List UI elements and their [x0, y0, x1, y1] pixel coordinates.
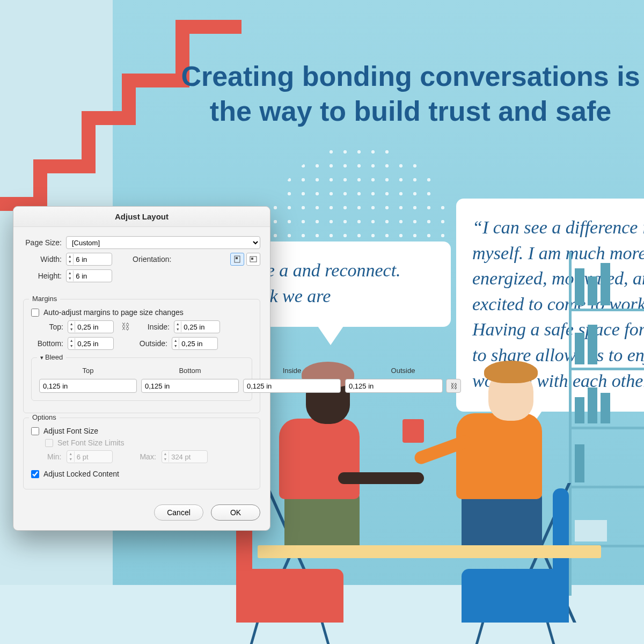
- link-bleed-icon[interactable]: ⛓: [446, 379, 461, 393]
- svg-rect-3: [251, 258, 253, 260]
- margin-top-stepper[interactable]: ▲▼: [68, 320, 114, 333]
- down-arrow-icon[interactable]: ▼: [67, 276, 73, 281]
- person-right: [435, 370, 564, 558]
- bleed-legend[interactable]: Bleed: [37, 353, 66, 361]
- height-label: Height:: [23, 272, 62, 280]
- set-font-limits-checkbox: [45, 439, 53, 447]
- options-fieldset: Options Adjust Font Size Set Font Size L…: [23, 418, 260, 489]
- orientation-label: Orientation:: [133, 255, 171, 264]
- portrait-icon: [234, 255, 240, 263]
- down-arrow-icon[interactable]: ▼: [67, 259, 73, 265]
- margin-inside-stepper[interactable]: ▲▼: [174, 320, 220, 333]
- up-arrow-icon[interactable]: ▲: [67, 254, 73, 259]
- max-font-stepper: ▲▼: [162, 450, 208, 463]
- orientation-portrait-button[interactable]: [230, 253, 244, 266]
- margin-outside-label: Outside:: [135, 339, 167, 348]
- landscape-icon: [250, 256, 257, 262]
- svg-rect-1: [236, 257, 238, 259]
- margin-inside-label: Inside:: [137, 323, 170, 331]
- margin-bottom-stepper[interactable]: ▲▼: [68, 337, 114, 350]
- adjust-font-size-label: Adjust Font Size: [43, 427, 98, 435]
- table-art: [258, 545, 601, 558]
- adjust-font-size-checkbox[interactable]: [31, 427, 39, 435]
- page-size-select[interactable]: [Custom]: [66, 236, 260, 249]
- auto-adjust-margins-checkbox[interactable]: [31, 309, 39, 317]
- set-font-limits-label: Set Font Size Limits: [57, 438, 125, 447]
- person-left: [274, 386, 386, 558]
- adjust-locked-content-checkbox[interactable]: [31, 470, 39, 478]
- adjust-layout-dialog: Adjust Layout Page Size: [Custom] Width:…: [13, 206, 270, 531]
- bleed-bottom-input[interactable]: [141, 379, 239, 393]
- max-label: Max:: [140, 452, 156, 461]
- margins-fieldset: Margins Auto-adjust margins to page size…: [23, 299, 260, 413]
- margin-outside-stepper[interactable]: ▲▼: [172, 337, 218, 350]
- options-legend: Options: [29, 413, 60, 421]
- width-label: Width:: [23, 255, 62, 264]
- min-label: Min:: [47, 452, 61, 461]
- bleed-outside-input[interactable]: [345, 379, 443, 393]
- margins-legend: Margins: [29, 295, 60, 303]
- bleed-header-inside: Inside: [243, 367, 341, 375]
- headline-text: Creating bonding conversations is the wa…: [177, 59, 644, 129]
- link-margins-icon[interactable]: ⛓: [121, 322, 130, 332]
- width-stepper[interactable]: ▲▼: [66, 253, 112, 266]
- ok-button[interactable]: OK: [211, 504, 260, 521]
- height-input[interactable]: [74, 270, 112, 282]
- min-font-stepper: ▲▼: [67, 450, 113, 463]
- width-input[interactable]: [74, 253, 112, 265]
- up-arrow-icon[interactable]: ▲: [67, 270, 73, 276]
- bleed-inside-input[interactable]: [243, 379, 341, 393]
- bleed-top-input[interactable]: [39, 379, 137, 393]
- margin-bottom-label: Bottom:: [31, 339, 63, 348]
- height-stepper[interactable]: ▲▼: [66, 269, 112, 282]
- bleed-header-outside: Outside: [345, 367, 461, 375]
- margin-top-label: Top:: [31, 323, 63, 331]
- auto-adjust-margins-label: Auto-adjust margins to page size changes: [43, 308, 184, 317]
- bleed-header-top: Top: [39, 367, 137, 375]
- orientation-landscape-button[interactable]: [246, 253, 260, 266]
- dialog-title: Adjust Layout: [13, 207, 270, 227]
- adjust-locked-content-label: Adjust Locked Content: [43, 470, 119, 478]
- bleed-header-bottom: Bottom: [141, 367, 239, 375]
- bleed-fieldset: Bleed Top Bottom Inside Outside ⛓: [31, 357, 252, 401]
- cancel-button[interactable]: Cancel: [154, 504, 203, 521]
- page-size-label: Page Size:: [23, 238, 62, 247]
